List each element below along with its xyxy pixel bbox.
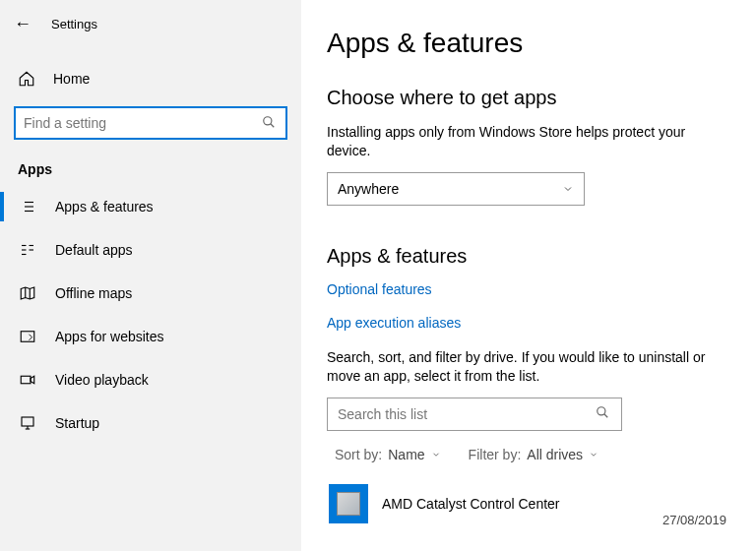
- sidebar-item-offline-maps[interactable]: Offline maps: [0, 272, 301, 315]
- main-content: Apps & features Choose where to get apps…: [301, 0, 756, 551]
- page-title: Apps & features: [327, 28, 732, 59]
- sidebar-item-video-playback[interactable]: Video playback: [0, 358, 301, 401]
- search-list-input[interactable]: [328, 398, 621, 430]
- section-choose-apps-text: Installing apps only from Windows Store …: [327, 123, 732, 160]
- defaults-icon: [18, 241, 37, 259]
- search-list-box[interactable]: [327, 398, 622, 431]
- sidebar-item-apps-for-websites[interactable]: Apps for websites: [0, 315, 301, 358]
- sort-label: Sort by:: [335, 447, 382, 462]
- video-icon: [18, 371, 37, 389]
- find-setting-box[interactable]: [14, 106, 287, 140]
- sort-by-control[interactable]: Sort by: Name: [335, 447, 441, 462]
- app-source-dropdown[interactable]: Anywhere: [327, 172, 585, 206]
- nav-label: Apps for websites: [55, 329, 164, 344]
- sidebar-section-label: Apps: [0, 150, 301, 185]
- chevron-down-icon: [431, 450, 441, 459]
- svg-rect-16: [21, 376, 31, 384]
- link-app-execution-aliases[interactable]: App execution aliases: [327, 315, 461, 331]
- back-arrow-icon[interactable]: ←: [14, 14, 32, 34]
- chevron-down-icon: [589, 450, 598, 459]
- home-label: Home: [53, 71, 90, 87]
- sort-filter-row: Sort by: Name Filter by: All drives: [327, 447, 732, 462]
- sidebar-nav: Apps & features Default apps Offline map…: [0, 185, 301, 445]
- nav-label: Startup: [55, 415, 99, 431]
- app-icon: [329, 484, 368, 523]
- map-icon: [18, 284, 37, 302]
- sidebar-item-apps-features[interactable]: Apps & features: [0, 185, 301, 228]
- settings-sidebar: ← Settings Home Apps Apps & fea: [0, 0, 301, 551]
- websites-icon: [18, 328, 37, 345]
- section-choose-apps-heading: Choose where to get apps: [327, 87, 732, 109]
- nav-label: Default apps: [55, 242, 133, 258]
- titlebar: ← Settings: [0, 0, 301, 47]
- nav-label: Apps & features: [55, 199, 154, 214]
- sidebar-item-startup[interactable]: Startup: [0, 401, 301, 445]
- section-apps-features-heading: Apps & features: [327, 245, 732, 268]
- link-optional-features[interactable]: Optional features: [327, 281, 432, 297]
- app-install-date: 27/08/2019: [662, 513, 726, 527]
- svg-rect-18: [22, 417, 33, 426]
- startup-icon: [18, 414, 37, 432]
- sidebar-item-default-apps[interactable]: Default apps: [0, 228, 301, 272]
- svg-rect-15: [21, 332, 34, 342]
- sort-value: Name: [388, 447, 424, 462]
- window-title: Settings: [51, 17, 97, 31]
- chevron-down-icon: [562, 183, 574, 195]
- list-icon: [18, 198, 37, 215]
- nav-label: Offline maps: [55, 285, 132, 301]
- app-name: AMD Catalyst Control Center: [382, 496, 560, 512]
- filter-by-control[interactable]: Filter by: All drives: [469, 447, 598, 462]
- filter-description: Search, sort, and filter by drive. If yo…: [327, 348, 732, 386]
- search-wrap: [0, 98, 301, 150]
- filter-label: Filter by:: [469, 447, 522, 462]
- sidebar-home[interactable]: Home: [0, 59, 301, 98]
- home-icon: [18, 70, 35, 88]
- nav-label: Video playback: [55, 372, 149, 388]
- find-setting-input[interactable]: [16, 108, 285, 138]
- filter-value: All drives: [527, 447, 583, 462]
- dropdown-value: Anywhere: [338, 181, 399, 197]
